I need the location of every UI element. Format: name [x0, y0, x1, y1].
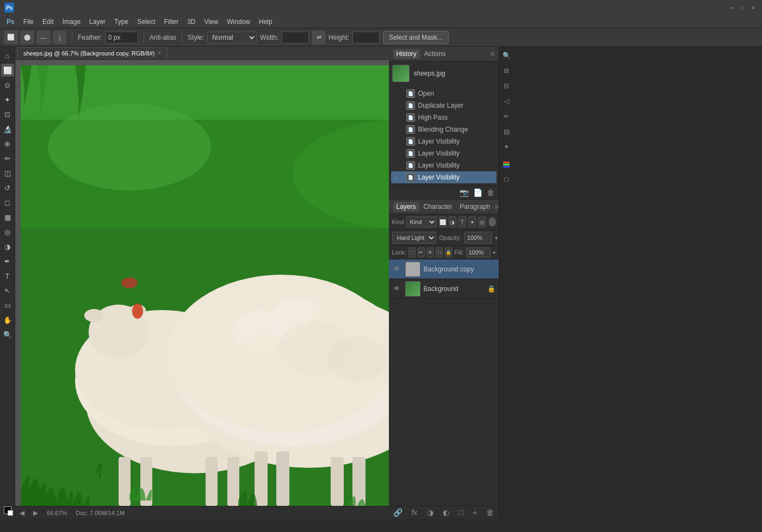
paragraph-tab[interactable]: Paragraph: [456, 202, 493, 212]
maximize-btn[interactable]: □: [738, 3, 747, 12]
minimize-btn[interactable]: ─: [727, 3, 736, 12]
history-item-visibility3[interactable]: 📄 Layer Visibility: [391, 159, 497, 171]
layer-visibility-eye[interactable]: 👁: [392, 264, 402, 274]
menu-image[interactable]: Image: [58, 17, 85, 27]
panel-icon-search[interactable]: 🔍: [500, 49, 513, 62]
history-delete-icon[interactable]: 🗑: [487, 188, 494, 197]
height-input[interactable]: [352, 32, 380, 44]
layer-background[interactable]: 👁 Background 🔒: [389, 279, 499, 299]
menu-ps[interactable]: Ps: [2, 17, 19, 27]
history-file-item[interactable]: sheeps.jpg: [389, 61, 499, 85]
link-layers-btn[interactable]: 🔗: [393, 508, 402, 517]
marquee-single-col-tool[interactable]: |: [53, 31, 66, 44]
menu-filter[interactable]: Filter: [159, 17, 183, 27]
tab-close-btn[interactable]: ×: [158, 50, 161, 56]
lock-transparent-btn[interactable]: ⬚: [408, 248, 416, 257]
marquee-ellipse-tool[interactable]: ⬤: [21, 31, 34, 44]
select-and-mask-btn[interactable]: Select and Mask...: [383, 31, 449, 44]
panel-icon-layers[interactable]: ⊟: [500, 79, 513, 92]
layer-filter-smart[interactable]: ◎: [478, 216, 486, 227]
eyedropper-tool[interactable]: 🔬: [1, 122, 14, 135]
document-tab[interactable]: sheeps.jpg @ 66,7% (Background copy, RGB…: [17, 47, 167, 59]
home-tool[interactable]: ⌂: [1, 49, 14, 62]
nav-prev[interactable]: ◀: [20, 509, 24, 517]
fill-arrow[interactable]: ▾: [493, 250, 495, 256]
layer-filter-toggle[interactable]: [489, 218, 495, 226]
menu-help[interactable]: Help: [255, 17, 277, 27]
marquee-single-row-tool[interactable]: —: [37, 31, 50, 44]
layer-filter-type[interactable]: T: [459, 216, 466, 227]
type-tool[interactable]: T: [1, 269, 14, 282]
layer-bg-visibility-eye[interactable]: 👁: [392, 284, 402, 294]
menu-3d[interactable]: 3D: [183, 17, 200, 27]
marquee-rect-tool[interactable]: ⬜: [4, 31, 17, 44]
new-layer-btn[interactable]: +: [473, 508, 477, 517]
marquee-tool[interactable]: ⬜: [1, 64, 14, 77]
panel-icon-brush[interactable]: ✏: [500, 110, 513, 123]
panel-icon-shape[interactable]: ✦: [500, 140, 513, 153]
close-btn[interactable]: ×: [749, 3, 758, 12]
history-new-snapshot-icon[interactable]: 📷: [460, 188, 469, 197]
width-input[interactable]: [282, 32, 309, 44]
pen-tool[interactable]: ✒: [1, 255, 14, 268]
delete-layer-btn[interactable]: 🗑: [486, 508, 494, 517]
history-item-open[interactable]: 📄 Open: [391, 88, 497, 100]
new-group-btn[interactable]: □: [459, 508, 463, 517]
panel-icon-gradient[interactable]: ▤: [500, 125, 513, 138]
eraser-tool[interactable]: ◻: [1, 196, 14, 209]
menu-select[interactable]: Select: [133, 17, 159, 27]
layers-panel-menu[interactable]: ≡: [494, 203, 498, 211]
magic-wand-tool[interactable]: ✦: [1, 93, 14, 106]
fg-bg-colors[interactable]: [1, 504, 14, 517]
layer-filter-shape[interactable]: ✦: [468, 216, 476, 227]
channels-btn[interactable]: [500, 158, 513, 171]
layer-filter-pixel[interactable]: ⬜: [439, 216, 447, 227]
fill-input[interactable]: [466, 248, 491, 257]
history-item-visibility2[interactable]: 📄 Layer Visibility: [391, 147, 497, 159]
lock-all-btn[interactable]: 🔒: [445, 248, 452, 257]
menu-window[interactable]: Window: [222, 17, 255, 27]
history-brush-tool[interactable]: ↺: [1, 181, 14, 194]
blur-tool[interactable]: ◎: [1, 225, 14, 238]
crop-tool[interactable]: ⊡: [1, 108, 14, 121]
style-select[interactable]: Normal Fixed Ratio Fixed Size: [207, 32, 257, 44]
opacity-arrow[interactable]: ▾: [495, 235, 498, 241]
lock-pixels-btn[interactable]: ✏: [418, 248, 425, 257]
history-new-doc-icon[interactable]: 📄: [473, 188, 482, 197]
menu-view[interactable]: View: [200, 17, 223, 27]
add-mask-btn[interactable]: ◑: [427, 508, 433, 517]
add-layer-style-btn[interactable]: fx: [412, 508, 418, 517]
hand-tool[interactable]: ✋: [1, 313, 14, 326]
swap-icon[interactable]: ⇌: [312, 31, 325, 44]
menu-type[interactable]: Type: [110, 17, 133, 27]
lasso-tool[interactable]: ⊙: [1, 78, 14, 91]
clone-stamp-tool[interactable]: ◫: [1, 166, 14, 180]
panel-menu-icon[interactable]: ≡: [490, 50, 494, 58]
gradient-tool[interactable]: ▦: [1, 211, 14, 224]
paths-btn[interactable]: ⬡: [500, 173, 513, 186]
history-item-visibility1[interactable]: 📄 Layer Visibility: [391, 135, 497, 147]
history-item-visibility4[interactable]: ✓ 📄 Layer Visibility: [391, 171, 497, 183]
zoom-tool[interactable]: 🔍: [1, 328, 14, 341]
menu-edit[interactable]: Edit: [38, 17, 58, 27]
actions-tab[interactable]: Actions: [421, 49, 449, 59]
path-selection-tool[interactable]: ↖: [1, 284, 14, 297]
kind-select[interactable]: Kind Name Effect: [406, 216, 437, 227]
history-item-highpass[interactable]: 📄 High Pass: [391, 112, 497, 123]
blend-mode-select[interactable]: Hard Light Normal Multiply Screen Overla…: [392, 232, 436, 244]
lock-position-btn[interactable]: ✛: [427, 248, 434, 257]
layers-tab[interactable]: Layers: [393, 202, 419, 212]
layer-background-copy[interactable]: 👁 Background copy: [389, 259, 499, 279]
history-item-blending[interactable]: 📄 Blending Change: [391, 123, 497, 135]
lock-artboard-btn[interactable]: □: [436, 248, 443, 257]
brush-tool[interactable]: ✏: [1, 152, 14, 165]
menu-layer[interactable]: Layer: [85, 17, 110, 27]
character-tab[interactable]: Character: [420, 202, 456, 212]
spot-heal-tool[interactable]: ⊕: [1, 137, 14, 150]
new-adjustment-btn[interactable]: ◐: [443, 508, 449, 517]
layer-filter-adj[interactable]: ◑: [449, 216, 456, 227]
menu-file[interactable]: File: [19, 17, 38, 27]
history-item-duplicate[interactable]: 📄 Duplicate Layer: [391, 100, 497, 112]
panel-icon-grid[interactable]: ⊞: [500, 64, 513, 77]
dodge-tool[interactable]: ◑: [1, 240, 14, 253]
